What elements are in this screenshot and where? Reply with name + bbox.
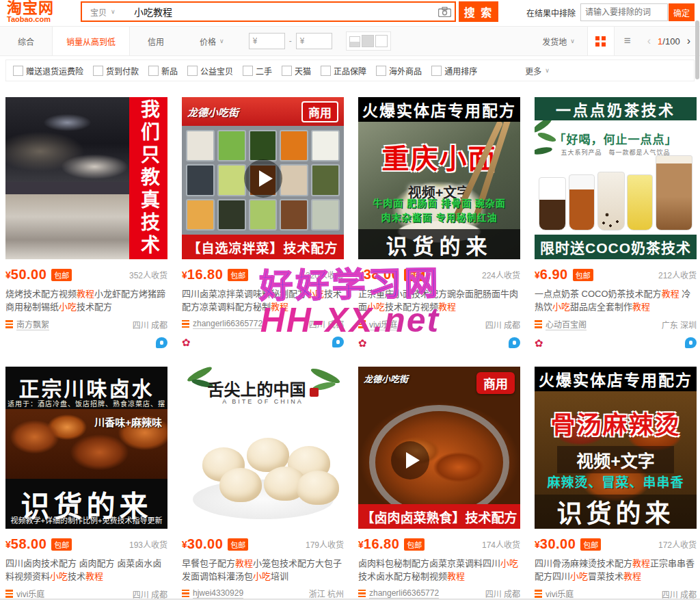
- image-decor: [186, 130, 215, 161]
- keyword-highlight: 小吃: [552, 302, 570, 312]
- free-shipping-badge: 包邮: [51, 269, 72, 281]
- price-row: ¥ 30.00 包邮 179人收货: [182, 536, 344, 552]
- play-icon[interactable]: [244, 159, 282, 198]
- free-shipping-badge: 包邮: [228, 538, 248, 551]
- size-medium-icon[interactable]: [362, 35, 374, 47]
- checkbox-icon[interactable]: [321, 66, 331, 76]
- wangwang-chat-icon[interactable]: [685, 337, 697, 348]
- search-button[interactable]: 搜 索: [459, 1, 498, 22]
- exclude-input[interactable]: [580, 3, 668, 21]
- sort-item-price[interactable]: 价格 ∨: [182, 27, 242, 55]
- confirm-button[interactable]: 确定: [669, 3, 695, 21]
- price-min-input[interactable]: [257, 36, 278, 47]
- product-image[interactable]: 龙德小吃街商用【卤肉卤菜熟食】技术配方: [358, 367, 520, 529]
- sort-item-sales-desc[interactable]: 销量从高到低: [52, 27, 130, 55]
- product-image[interactable]: 火爆实体店专用配方重庆小面视频+文字牛肉面 肥肠面 排骨面 豌杂面肉末杂酱面 专…: [358, 97, 520, 259]
- wangwang-chat-icon[interactable]: [156, 337, 167, 348]
- filter-checkbox[interactable]: 天猫: [282, 65, 311, 77]
- checkbox-icon[interactable]: [376, 66, 386, 76]
- checkbox-icon[interactable]: [187, 66, 198, 76]
- logo-text-cn: 淘宝网: [7, 1, 54, 16]
- sales-count: 174人收货: [482, 538, 520, 550]
- checkbox-icon[interactable]: [93, 66, 103, 76]
- sort-item-credit[interactable]: 信用: [130, 27, 182, 55]
- seller-rating-flower-icon: ✿: [358, 338, 367, 348]
- search-input[interactable]: [130, 5, 434, 18]
- seller-location: 四川 成都: [485, 319, 520, 330]
- product-title-link[interactable]: 早餐包子配方教程小笼包技术配方大包子发面调馅料灌汤包小吃培训: [182, 557, 344, 583]
- camera-icon[interactable]: [434, 7, 455, 17]
- checkbox-icon[interactable]: [431, 66, 442, 76]
- ship-from-dropdown[interactable]: 发货地 ∨: [542, 36, 575, 47]
- image-decor: [186, 199, 215, 231]
- seller-name-link[interactable]: hjwei4330929: [193, 588, 243, 599]
- image-header: 火爆实体店专用配方: [358, 97, 520, 122]
- list-view-button[interactable]: ≡: [615, 27, 641, 55]
- price-value: 16.80: [364, 536, 400, 552]
- image-text: A BITE OF CHINA: [182, 398, 344, 405]
- title-text: 冒菜技术: [588, 571, 623, 581]
- product-title-link[interactable]: 一点点奶茶 COCO奶茶技术配方教程 冷热饮小吃甜品店全套制作教程: [535, 287, 697, 313]
- search-box: 宝贝 ∨: [81, 1, 456, 22]
- checkbox-icon[interactable]: [13, 66, 23, 76]
- filter-checkbox[interactable]: 通用排序: [431, 65, 477, 77]
- keyword-highlight: 小吃: [367, 302, 385, 312]
- more-filters-dropdown[interactable]: 更多 ∨: [525, 65, 550, 77]
- product-title-link[interactable]: 烧烤技术配方视频教程小龙虾配方烤猪蹄商用秘制锡纸小吃技术配方: [5, 287, 167, 313]
- filter-checkbox[interactable]: 公益宝贝: [187, 65, 233, 77]
- image-caption: 我们只教真技术: [129, 97, 167, 259]
- scrollbar-thumb[interactable]: [695, 21, 699, 79]
- image-decor: [249, 199, 278, 231]
- product-image[interactable]: 我们只教真技术: [5, 97, 167, 259]
- filter-checkbox[interactable]: 正品保障: [321, 65, 366, 77]
- seller-name-link[interactable]: vivi乐庭: [369, 318, 397, 330]
- seller-rating-flower-icon: ✿: [535, 338, 543, 348]
- seller-name-link[interactable]: 心动百宝阁: [546, 318, 587, 330]
- caret-down-icon: ∨: [570, 38, 575, 44]
- seller-name-link[interactable]: zhangerli66365772: [369, 588, 439, 599]
- filter-checkbox[interactable]: 赠送退货运费险: [13, 65, 83, 77]
- ship-from-label: 发货地: [542, 36, 567, 47]
- search-category-dropdown[interactable]: 宝贝 ∨: [82, 6, 130, 18]
- wangwang-chat-icon[interactable]: [509, 337, 520, 348]
- title-text: 甜品店全套制作: [570, 302, 632, 312]
- wangwang-chat-icon[interactable]: [332, 337, 344, 347]
- play-icon[interactable]: [391, 441, 429, 480]
- next-page-icon[interactable]: ›: [687, 35, 690, 47]
- product-image[interactable]: 正宗川味卤水适用于：酒店冷盘、饭店招牌、熟食凉菜店、摆摊川香味+麻辣味识货的来视…: [5, 367, 167, 529]
- filter-checkbox[interactable]: 货到付款: [93, 65, 139, 77]
- filter-checkbox[interactable]: 新品: [148, 65, 178, 77]
- filter-checkbox[interactable]: 二手: [243, 65, 272, 77]
- thumbnail-size-toggle[interactable]: [346, 31, 391, 51]
- sort-item-default[interactable]: 综合: [0, 27, 52, 55]
- product-image[interactable]: 一点点奶茶技术「好喝，何止一点点」五大系列产品 每一款都是人气饮品限时送COCO…: [535, 97, 697, 259]
- product-image[interactable]: 舌尖上的中国A BITE OF CHINA: [182, 367, 344, 529]
- product-image[interactable]: 火爆实体店专用配方骨汤麻辣烫视频+文字麻辣烫、冒菜、串串香识货的来: [535, 367, 697, 529]
- taobao-logo[interactable]: 淘宝网 Taobao.com: [7, 1, 54, 23]
- grid-view-button[interactable]: [587, 27, 615, 55]
- product-title-link[interactable]: 四川骨汤麻辣烫技术配方教程正宗串串香配方四川小吃冒菜技术教程: [535, 557, 697, 583]
- price-max-input[interactable]: [304, 36, 325, 47]
- image-decor: [249, 130, 278, 161]
- product-title-link[interactable]: 正宗重庆小面技术配方豌杂面肥肠面牛肉面小吃技术配方视频教程: [358, 287, 520, 313]
- card-icons-row: ✿: [182, 336, 344, 348]
- checkbox-icon[interactable]: [282, 66, 292, 76]
- product-title-link[interactable]: 四川卤菜凉拌菜调味料秘制配方小吃技术配方凉菜调料配方秘制教程: [182, 287, 344, 313]
- image-header: 火爆实体店专用配方: [535, 367, 697, 391]
- size-large-icon[interactable]: [375, 35, 388, 47]
- filter-checkbox-label: 天猫: [295, 65, 311, 77]
- product-title-link[interactable]: 卤肉料包秘制配方卤菜京菜调料四川小吃技术卤水配方秘制视频教程: [358, 557, 520, 583]
- seller-name-link[interactable]: 南方飘絮: [16, 318, 49, 330]
- image-title: 骨汤麻辣烫: [535, 405, 697, 441]
- filter-checkbox[interactable]: 海外商品: [376, 65, 422, 77]
- image-caption: 【自选凉拌菜】技术配方: [182, 235, 344, 259]
- product-title-link[interactable]: 四川卤肉技术配方 卤肉配方 卤菜卤水卤料视频资料小吃技术教程: [5, 557, 167, 583]
- seller-name-link[interactable]: zhangerli66365772: [193, 319, 262, 329]
- checkbox-icon[interactable]: [243, 66, 253, 76]
- checkbox-icon[interactable]: [148, 66, 159, 76]
- prev-page-icon[interactable]: ‹: [647, 35, 651, 47]
- grid-view-icon: [595, 36, 606, 47]
- size-small-icon[interactable]: [349, 36, 360, 47]
- product-image[interactable]: 龙德小吃街商用【自选凉拌菜】技术配方: [182, 97, 344, 259]
- image-text: 川香味+麻辣味: [94, 415, 162, 429]
